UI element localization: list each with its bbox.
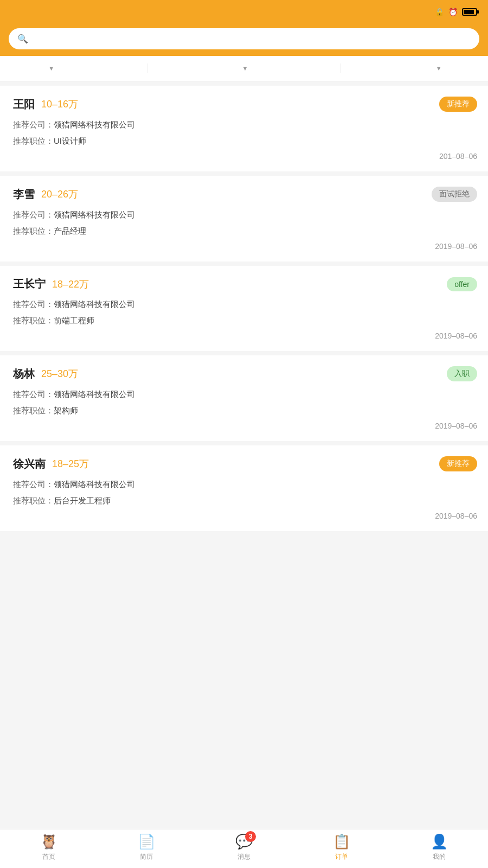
card-date-lixue: 2019–08–06 bbox=[435, 242, 477, 251]
search-input-container[interactable]: 🔍 bbox=[9, 28, 479, 49]
company-label-wangchangning: 推荐公司： bbox=[13, 299, 54, 309]
filter-salary-range[interactable]: ▼ bbox=[240, 65, 248, 72]
position-name-wangyang: UI设计师 bbox=[54, 136, 86, 145]
filter-order-status-arrow: ▼ bbox=[48, 65, 54, 72]
candidate-card-yanglin[interactable]: 杨林 25–30万 入职 推荐公司：领猎网络科技有限公司 推荐职位：架构师 20… bbox=[0, 355, 488, 441]
company-label-xuxingnan: 推荐公司： bbox=[13, 480, 54, 489]
nav-label-message: 消息 bbox=[237, 852, 251, 861]
nav-label-resume: 简历 bbox=[140, 852, 153, 861]
candidate-card-wangchangning[interactable]: 王长宁 18–22万 offer 推荐公司：领猎网络科技有限公司 推荐职位：前端… bbox=[0, 266, 488, 351]
candidate-name-xuxingnan: 徐兴南 bbox=[13, 457, 46, 471]
nav-icon-order: 📋 bbox=[333, 833, 350, 850]
card-date-wangchangning: 2019–08–06 bbox=[435, 331, 477, 340]
card-footer-lixue: 2019–08–06 bbox=[13, 242, 477, 251]
filter-recommend-time-arrow: ▼ bbox=[436, 65, 442, 72]
salary-range-lixue: 20–26万 bbox=[41, 188, 78, 201]
bottom-nav: 🦉 首页 📄 简历 💬 3 消息 📋 订单 👤 我的 bbox=[0, 829, 488, 868]
company-info-xuxingnan: 推荐公司：领猎网络科技有限公司 bbox=[13, 478, 477, 491]
card-date-wangyang: 201–08–06 bbox=[439, 152, 477, 161]
alarm-icon: ⏰ bbox=[448, 8, 458, 16]
company-label-wangyang: 推荐公司： bbox=[13, 120, 54, 129]
card-header-wangchangning: 王长宁 18–22万 offer bbox=[13, 277, 477, 291]
nav-label-mine: 我的 bbox=[433, 852, 446, 861]
card-footer-yanglin: 2019–08–06 bbox=[13, 422, 477, 430]
card-header-left-wangyang: 王阳 10–16万 bbox=[13, 97, 78, 112]
company-name-wangyang: 领猎网络科技有限公司 bbox=[54, 120, 135, 129]
position-info-wangchangning: 推荐职位：前端工程师 bbox=[13, 314, 477, 327]
position-label-wangchangning: 推荐职位： bbox=[13, 316, 54, 325]
position-info-lixue: 推荐职位：产品经理 bbox=[13, 225, 477, 238]
card-header-left-xuxingnan: 徐兴南 18–25万 bbox=[13, 457, 89, 471]
status-badge-xuxingnan: 新推荐 bbox=[439, 456, 477, 471]
position-name-xuxingnan: 后台开发工程师 bbox=[54, 496, 111, 505]
company-label-yanglin: 推荐公司： bbox=[13, 390, 54, 399]
salary-range-xuxingnan: 18–25万 bbox=[52, 457, 89, 470]
position-name-yanglin: 架构师 bbox=[54, 406, 78, 415]
card-date-yanglin: 2019–08–06 bbox=[435, 422, 477, 430]
search-bar: 🔍 bbox=[0, 24, 488, 56]
position-name-wangchangning: 前端工程师 bbox=[54, 316, 94, 325]
salary-range-wangyang: 10–16万 bbox=[41, 98, 78, 111]
candidate-card-wangyang[interactable]: 王阳 10–16万 新推荐 推荐公司：领猎网络科技有限公司 推荐职位：UI设计师… bbox=[0, 86, 488, 171]
nav-icon-mine: 👤 bbox=[431, 833, 448, 850]
candidate-card-xuxingnan[interactable]: 徐兴南 18–25万 新推荐 推荐公司：领猎网络科技有限公司 推荐职位：后台开发… bbox=[0, 445, 488, 531]
candidate-name-wangyang: 王阳 bbox=[13, 97, 35, 112]
company-name-xuxingnan: 领猎网络科技有限公司 bbox=[54, 480, 135, 489]
position-info-xuxingnan: 推荐职位：后台开发工程师 bbox=[13, 494, 477, 507]
card-date-xuxingnan: 2019–08–06 bbox=[435, 512, 477, 520]
nav-item-home[interactable]: 🦉 首页 bbox=[40, 833, 57, 861]
position-label-lixue: 推荐职位： bbox=[13, 226, 54, 235]
company-info-lixue: 推荐公司：领猎网络科技有限公司 bbox=[13, 208, 477, 221]
nav-icon-resume: 📄 bbox=[138, 833, 155, 850]
card-header-wangyang: 王阳 10–16万 新推荐 bbox=[13, 97, 477, 112]
position-info-yanglin: 推荐职位：架构师 bbox=[13, 404, 477, 417]
company-info-wangyang: 推荐公司：领猎网络科技有限公司 bbox=[13, 118, 477, 131]
card-header-lixue: 李雪 20–26万 面试拒绝 bbox=[13, 187, 477, 202]
candidate-name-wangchangning: 王长宁 bbox=[13, 277, 46, 291]
company-name-wangchangning: 领猎网络科技有限公司 bbox=[54, 299, 135, 309]
candidate-name-lixue: 李雪 bbox=[13, 187, 35, 202]
nav-item-resume[interactable]: 📄 简历 bbox=[138, 833, 155, 861]
position-info-wangyang: 推荐职位：UI设计师 bbox=[13, 135, 477, 148]
nav-icon-home: 🦉 bbox=[40, 833, 57, 850]
filter-divider-1 bbox=[147, 63, 147, 73]
nav-item-order[interactable]: 📋 订单 bbox=[333, 833, 350, 861]
status-bar: 🔒 ⏰ bbox=[0, 0, 488, 24]
filter-bar: ▼ ▼ ▼ bbox=[0, 56, 488, 81]
salary-range-wangchangning: 18–22万 bbox=[52, 278, 89, 291]
candidate-name-yanglin: 杨林 bbox=[13, 367, 35, 381]
position-label-yanglin: 推荐职位： bbox=[13, 406, 54, 415]
lock-icon: 🔒 bbox=[435, 8, 444, 16]
company-label-lixue: 推荐公司： bbox=[13, 210, 54, 219]
candidate-list: 王阳 10–16万 新推荐 推荐公司：领猎网络科技有限公司 推荐职位：UI设计师… bbox=[0, 86, 488, 531]
filter-salary-range-arrow: ▼ bbox=[242, 65, 248, 72]
filter-recommend-time[interactable]: ▼ bbox=[434, 65, 442, 72]
nav-label-home: 首页 bbox=[42, 852, 55, 861]
card-header-xuxingnan: 徐兴南 18–25万 新推荐 bbox=[13, 456, 477, 471]
card-footer-wangchangning: 2019–08–06 bbox=[13, 331, 477, 340]
card-footer-wangyang: 201–08–06 bbox=[13, 152, 477, 161]
card-footer-xuxingnan: 2019–08–06 bbox=[13, 512, 477, 520]
card-header-left-wangchangning: 王长宁 18–22万 bbox=[13, 277, 89, 291]
card-header-left-lixue: 李雪 20–26万 bbox=[13, 187, 78, 202]
filter-order-status[interactable]: ▼ bbox=[46, 65, 54, 72]
nav-item-message[interactable]: 💬 3 消息 bbox=[235, 833, 253, 861]
status-badge-wangchangning: offer bbox=[447, 277, 477, 291]
nav-label-order: 订单 bbox=[335, 852, 348, 861]
card-header-yanglin: 杨林 25–30万 入职 bbox=[13, 366, 477, 381]
card-header-left-yanglin: 杨林 25–30万 bbox=[13, 367, 78, 381]
company-name-yanglin: 领猎网络科技有限公司 bbox=[54, 390, 135, 399]
search-icon: 🔍 bbox=[17, 34, 28, 44]
candidate-card-lixue[interactable]: 李雪 20–26万 面试拒绝 推荐公司：领猎网络科技有限公司 推荐职位：产品经理… bbox=[0, 176, 488, 261]
position-label-xuxingnan: 推荐职位： bbox=[13, 496, 54, 505]
status-badge-lixue: 面试拒绝 bbox=[432, 187, 477, 202]
company-info-yanglin: 推荐公司：领猎网络科技有限公司 bbox=[13, 388, 477, 401]
status-badge-wangyang: 新推荐 bbox=[439, 97, 477, 112]
battery-icon bbox=[462, 8, 477, 16]
company-name-lixue: 领猎网络科技有限公司 bbox=[54, 210, 135, 219]
company-info-wangchangning: 推荐公司：领猎网络科技有限公司 bbox=[13, 298, 477, 311]
nav-item-mine[interactable]: 👤 我的 bbox=[431, 833, 448, 861]
position-label-wangyang: 推荐职位： bbox=[13, 136, 54, 145]
position-name-lixue: 产品经理 bbox=[54, 226, 86, 235]
salary-range-yanglin: 25–30万 bbox=[41, 367, 78, 380]
